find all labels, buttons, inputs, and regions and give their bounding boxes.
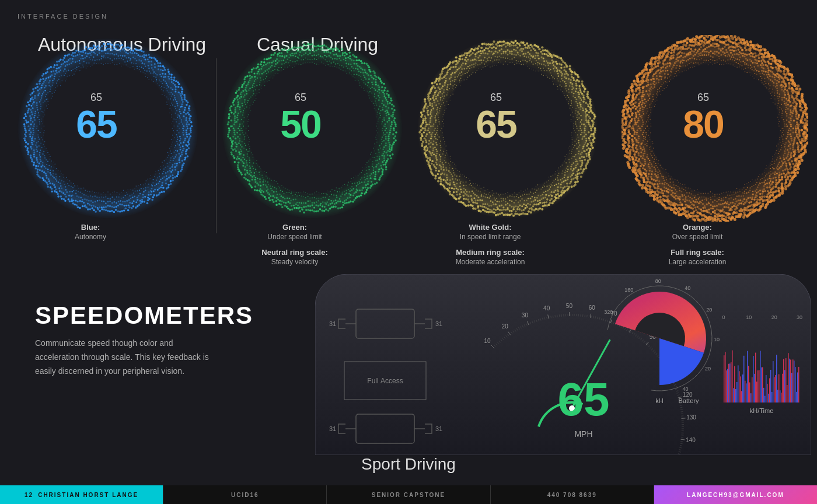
sport-driving-label: Sport Driving bbox=[361, 455, 456, 474]
label-sub2-1: Steady velocity bbox=[231, 258, 359, 266]
footer-capstone: SENIOR CAPSTONE bbox=[327, 485, 490, 504]
dashboard-panel bbox=[315, 274, 811, 455]
footer-ucid: UCID16 bbox=[163, 485, 327, 504]
speedo-speed-1: 50 bbox=[260, 105, 341, 144]
label-sub-3: Over speed limit bbox=[633, 233, 762, 241]
speedometer-label-orange: Orange: Over speed limitFull ring scale:… bbox=[633, 223, 762, 266]
header-label: INTERFACE DESIGN bbox=[18, 13, 108, 20]
footer-phone: 440 708 8639 bbox=[491, 485, 654, 504]
label-title-0: Blue: bbox=[26, 223, 155, 232]
label-title-3: Orange: bbox=[633, 223, 762, 232]
speedometers-heading: SPEEDOMETERS bbox=[35, 303, 253, 328]
footer-page-number: 12 CHRISTIAN HORST LANGE bbox=[0, 485, 163, 504]
speedo-speed-2: 65 bbox=[455, 105, 537, 144]
speedometer-label-autonomous: Blue: Autonomy bbox=[26, 223, 155, 241]
footer-bar: 12 CHRISTIAN HORST LANGE UCID16 SENIOR C… bbox=[0, 485, 817, 504]
speedo-speed-3: 80 bbox=[662, 105, 744, 144]
label-sub2-3: Large acceleration bbox=[633, 258, 762, 266]
dashboard-canvas bbox=[315, 274, 811, 455]
label-title2-1: Neutral ring scale: bbox=[231, 248, 359, 257]
label-title2-2: Medium ring scale: bbox=[426, 248, 554, 257]
label-title-1: Green: bbox=[231, 223, 359, 232]
label-title2-3: Full ring scale: bbox=[633, 248, 762, 257]
label-sub-2: In speed limit range bbox=[426, 233, 554, 241]
speedometers-description: Communicate speed though color and accel… bbox=[35, 337, 210, 378]
speedometer-text-autonomous: 65 65 bbox=[55, 90, 137, 144]
speedometer-text-green: 65 50 bbox=[260, 90, 341, 144]
section-divider bbox=[216, 58, 217, 233]
speedo-speed-0: 65 bbox=[55, 105, 137, 144]
speedometer-text-gold: 65 65 bbox=[455, 90, 537, 144]
speedometer-label-green: Green: Under speed limitNeutral ring sca… bbox=[231, 223, 359, 266]
label-sub-0: Autonomy bbox=[26, 233, 155, 241]
speedometer-label-gold: White Gold: In speed limit rangeMedium r… bbox=[426, 223, 554, 266]
speedometers-section: SPEEDOMETERS Communicate speed though co… bbox=[35, 303, 253, 378]
label-sub2-2: Moderate acceleration bbox=[426, 258, 554, 266]
footer-email: LANGECH93@GMAIL.COM bbox=[654, 485, 817, 504]
label-title-2: White Gold: bbox=[426, 223, 554, 232]
speedometer-text-orange: 65 80 bbox=[662, 90, 744, 144]
label-sub-1: Under speed limit bbox=[231, 233, 359, 241]
